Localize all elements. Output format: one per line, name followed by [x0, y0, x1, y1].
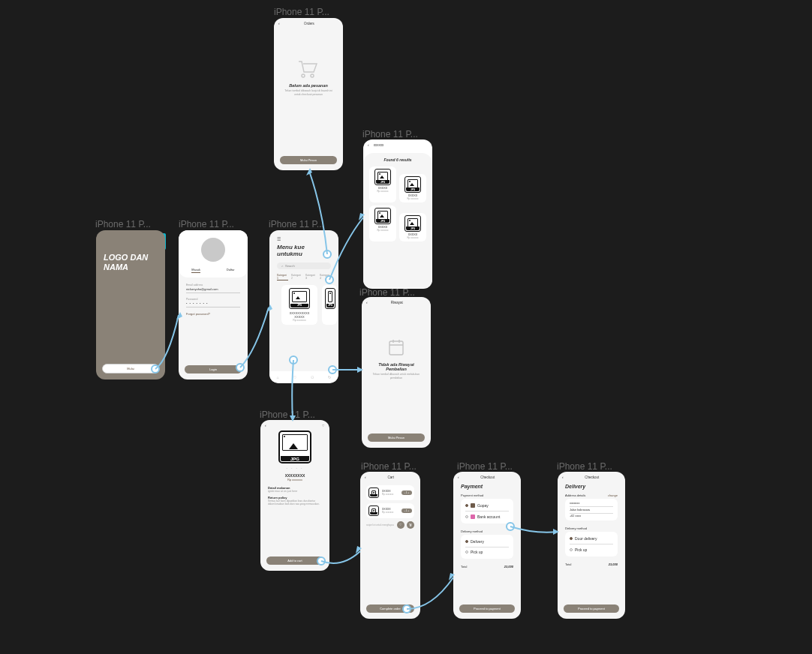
- page-title: Checkout: [480, 476, 495, 479]
- addr-line: +62 xxxx: [570, 514, 613, 518]
- tab-cat[interactable]: Kategori 4: [320, 274, 331, 280]
- frame-label: iPhone 11 P...: [274, 7, 329, 17]
- delivery-option[interactable]: Door delivery: [570, 535, 613, 542]
- back-icon[interactable]: ‹: [368, 142, 369, 147]
- search-icon: ⌕: [281, 264, 283, 268]
- frame-label: iPhone 11 P...: [260, 410, 315, 420]
- option-label: Pick up: [471, 550, 483, 554]
- addr-label: Address details: [565, 494, 585, 497]
- delete-action-icon[interactable]: 🗑: [407, 521, 414, 529]
- login-button[interactable]: Login: [185, 365, 242, 374]
- start-order-button[interactable]: Mulai Pesan: [280, 156, 337, 164]
- frame-label: iPhone 11 P...: [361, 461, 417, 472]
- total-value: 23,000: [609, 562, 618, 566]
- product-card[interactable]: JPG XXXXXXXXXX XXXXX Rp xxxxxxx: [281, 285, 317, 325]
- frame-delivery[interactable]: ‹ Checkout Delivery Address details chan…: [558, 472, 625, 619]
- search-input[interactable]: ⌕ Search: [277, 262, 331, 269]
- card-title: XXXXXXXXXX XXXXX: [284, 311, 314, 319]
- payment-option[interactable]: Bank account: [465, 513, 509, 520]
- nav-user-icon[interactable]: ⚇: [311, 375, 314, 380]
- cart-item[interactable]: JPG XXXXX Rp xxxxxxx - 1 +: [366, 503, 414, 518]
- proceed-button[interactable]: Proceed to payment: [459, 604, 515, 613]
- frame-label: iPhone 11 P...: [95, 219, 151, 230]
- tab-cat[interactable]: Kategori 1: [277, 274, 288, 280]
- frame-orders[interactable]: ‹ Orders Belum ada pesanan Tekan tombol …: [274, 18, 343, 170]
- back-icon[interactable]: ‹: [278, 21, 280, 26]
- home-title-2: untukmu: [277, 251, 331, 258]
- page-title: Orders: [304, 22, 314, 26]
- delivery-option[interactable]: Pick up: [465, 548, 509, 556]
- empty-title: Tidak ada Riwayat Pembelian: [362, 362, 431, 371]
- item-sub: Rp xxxxxxx: [371, 190, 394, 193]
- frame-splash[interactable]: LOGO DAN NAMA Mulai: [96, 230, 165, 380]
- search-card[interactable]: JPG XXXXX Rp xxxxxxx: [399, 174, 426, 202]
- item-sub: Rp xxxxxxx: [371, 229, 394, 232]
- forgot-link[interactable]: Forgot password?: [186, 312, 240, 316]
- cart-icon: [297, 58, 320, 78]
- section-body: ignite max at on just here: [268, 490, 322, 493]
- tab-daftar[interactable]: Daftar: [227, 268, 235, 273]
- back-icon[interactable]: ‹: [562, 475, 564, 479]
- search-query[interactable]: xxxxxx: [374, 143, 428, 147]
- frame-label: iPhone 11 P...: [557, 461, 612, 472]
- change-link[interactable]: change: [608, 494, 618, 497]
- qty-stepper[interactable]: - 1 +: [401, 508, 412, 513]
- complete-button[interactable]: Complete order: [366, 604, 414, 613]
- bottom-nav: ⌂ ♡ ⚇ ↻: [269, 371, 338, 383]
- jpg-icon: JPG: [374, 169, 391, 185]
- start-order-button[interactable]: Mulai Pesan: [368, 434, 425, 442]
- search-card[interactable]: JPG XXXXX Rp xxxxxxx: [369, 206, 396, 242]
- search-card[interactable]: JPG XXXXX Rp xxxxxxx: [399, 213, 426, 242]
- nav-home-icon[interactable]: ⌂: [277, 375, 279, 380]
- pass-field[interactable]: • • • • • • •: [186, 301, 240, 308]
- tab-cat[interactable]: Kategori 2: [291, 274, 302, 280]
- radio-icon: [570, 537, 573, 540]
- frame-search[interactable]: ‹ xxxxxx Found 6 results JPG XXXXX Rp xx…: [363, 140, 432, 289]
- frame-detail[interactable]: ‹ ♡ JPG • • • • XXXXXXXX Rp xxxxxxx Deta…: [260, 420, 329, 571]
- proceed-button[interactable]: Proceed to payment: [564, 604, 619, 613]
- frame-history[interactable]: ‹ Riwayat Tidak ada Riwayat Pembelian Te…: [362, 297, 431, 448]
- payment-option[interactable]: Gopay: [465, 502, 509, 509]
- radio-icon: [465, 540, 468, 543]
- results-count: Found 6 results: [369, 158, 426, 162]
- email-field[interactable]: nickonyoho@gmail.com: [186, 286, 240, 293]
- option-label: Door delivery: [575, 536, 597, 541]
- frame-login[interactable]: Masuk Daftar Email address nickonyoho@gm…: [179, 230, 248, 380]
- page-title: Riwayat: [391, 301, 403, 304]
- jpg-icon: JPG: [404, 176, 421, 193]
- radio-icon: [570, 548, 573, 551]
- empty-sub: Tekan tombol dibawah lanjut di bawah ini…: [274, 88, 343, 98]
- back-icon[interactable]: ‹: [365, 475, 366, 479]
- figma-canvas[interactable]: iPhone 11 P... iPhone 11 P... iPhone 11 …: [0, 0, 812, 654]
- add-cart-button[interactable]: Add to cart: [266, 556, 323, 565]
- dots-indicator: • • • •: [260, 466, 329, 470]
- frame-payment[interactable]: ‹ Checkout Payment Payment method Gopay …: [453, 472, 521, 619]
- frame-home[interactable]: ☰ Menu kue untukmu ⌕ Search Kategori 1 K…: [269, 230, 338, 383]
- back-icon[interactable]: ‹: [366, 300, 368, 304]
- heart-action-icon[interactable]: ♡: [397, 521, 404, 529]
- qty-stepper[interactable]: - 1 +: [401, 490, 412, 495]
- product-card[interactable]: JPG: [322, 285, 337, 325]
- delivery-option[interactable]: Pick up: [570, 546, 613, 554]
- jpg-icon: JPG: [404, 215, 421, 232]
- heart-icon[interactable]: ♡: [322, 424, 325, 428]
- addr-line: Jalan babrasara: [570, 508, 613, 512]
- radio-icon: [465, 515, 468, 518]
- tab-masuk[interactable]: Masuk: [191, 268, 200, 273]
- back-icon[interactable]: ‹: [458, 475, 459, 479]
- back-icon[interactable]: ‹: [265, 423, 266, 428]
- nav-clock-icon[interactable]: ↻: [328, 375, 331, 380]
- jpg-icon: JPG: [325, 288, 335, 309]
- delivery-option[interactable]: Delivery: [465, 538, 509, 545]
- frame-cart[interactable]: ‹ Cart JPG XXXXX Rp xxxxxxx - 1 + JPG XX…: [360, 472, 420, 619]
- option-label: Pick up: [575, 548, 587, 552]
- frame-label: iPhone 11 P...: [359, 287, 415, 298]
- nav-heart-icon[interactable]: ♡: [293, 375, 296, 380]
- logo-text: LOGO DAN NAMA: [96, 230, 165, 272]
- frame-label: iPhone 11 P...: [179, 219, 234, 230]
- radio-icon: [465, 550, 468, 554]
- search-card[interactable]: JPG XXXXX Rp xxxxxxx: [369, 166, 396, 202]
- cart-item[interactable]: JPG XXXXX Rp xxxxxxx - 1 +: [366, 485, 414, 500]
- start-button[interactable]: Mulai: [102, 364, 159, 374]
- tab-cat[interactable]: Kategori 3: [305, 274, 317, 280]
